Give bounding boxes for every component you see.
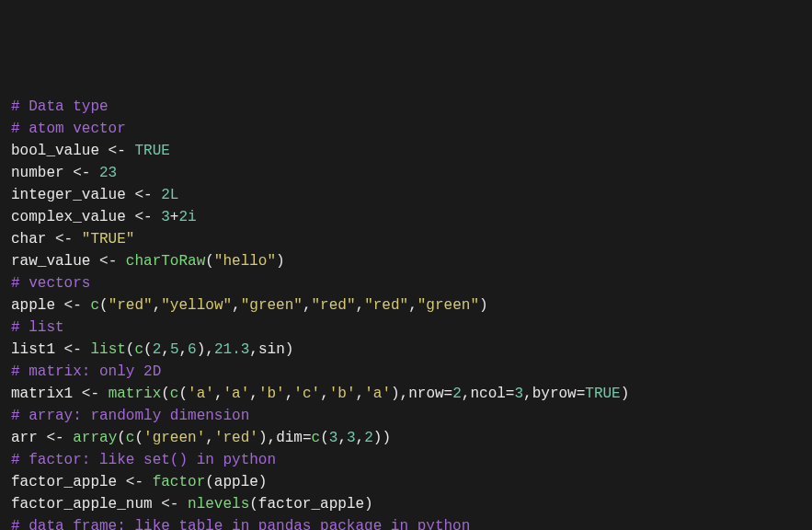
code-token-str: "red" [312,297,356,314]
code-token-paren: ) [382,430,391,446]
code-line: apple <- c("red","yellow","green","red",… [11,294,801,317]
code-token-ident: integer_value [11,187,126,203]
code-line: complex_value <- 3+2i [11,206,801,228]
code-token-paren: ) [621,386,630,402]
code-token-op: , [337,430,347,446]
code-token-ident: raw_value [11,253,90,270]
code-token-str: "green" [417,297,479,314]
code-token-func: charToRaw [126,253,205,270]
code-token-str: 'green' [143,430,205,446]
code-line: char <- "TRUE" [11,228,801,250]
code-token-num: 3 [514,386,523,402]
code-token-op: , [268,430,277,446]
code-line: integer_value <- 2L [11,184,801,206]
code-token-ident: bool_value [11,143,99,159]
code-token-op: = [303,430,312,446]
code-line: matrix1 <- matrix(c('a','a','b','c','b',… [11,383,801,405]
code-token-op: = [444,386,453,402]
code-token-op: , [400,386,409,402]
code-token-paren: ( [126,341,135,358]
code-line: # factor: like set() in python [11,449,801,471]
code-line: factor_apple <- factor(apple) [11,471,801,493]
code-token-num: 2 [153,341,162,358]
code-token-paren: ( [99,297,109,314]
code-line: raw_value <- charToRaw("hello") [11,250,801,272]
code-token-comment: # vectors [11,275,90,292]
code-token-str: "yellow" [161,297,232,314]
code-token-num: 23 [99,165,117,181]
code-token-paren: ( [320,430,329,446]
code-token-func: c [170,386,179,402]
code-token-func: c [126,430,135,446]
code-token-kwarg: ncol [470,386,505,402]
code-token-paren: ) [258,474,268,490]
code-token-op: <- [99,143,134,159]
code-token-op: , [153,297,162,314]
code-token-paren: ( [205,474,214,490]
code-token-num: 2i [178,209,196,225]
code-token-paren: ) [285,341,294,358]
code-token-op: , [303,297,312,314]
code-token-op: = [506,386,515,402]
code-token-paren: ) [391,386,400,402]
code-token-comment: # data frame: like table in pandas packa… [11,518,470,530]
code-token-paren: ) [258,430,268,446]
code-token-func: array [73,430,117,446]
code-token-paren: ) [373,430,383,446]
code-token-op: , [249,386,258,402]
code-token-ident: char [11,231,46,248]
code-token-ident: apple [214,474,258,490]
code-token-paren: ( [161,386,170,402]
code-line: number <- 23 [11,162,801,184]
code-token-str: 'a' [188,386,214,402]
code-line: # array: randomly dimension [11,405,801,427]
code-token-str: 'red' [214,430,258,446]
code-token-op: = [577,386,586,402]
code-token-func: matrix [109,386,162,402]
code-token-op: , [161,341,170,358]
code-token-op: + [170,209,179,225]
code-token-ident: factor_apple_num [11,496,153,513]
code-line: # data frame: like table in pandas packa… [11,515,801,530]
code-token-paren: ) [197,341,206,358]
code-token-ident: number [11,165,64,181]
code-token-func: nlevels [188,496,249,513]
code-token-kwarg: byrow [532,386,577,402]
code-line: # Data type [11,96,801,118]
code-token-paren: ( [117,430,126,446]
code-token-func: factor [153,474,206,490]
code-line: # atom vector [11,118,801,140]
code-token-op: <- [46,231,81,248]
code-token-str: "red" [109,297,153,314]
code-token-num: 6 [188,341,197,358]
code-token-paren: ( [134,430,143,446]
code-token-paren: ( [178,386,188,402]
code-line: arr <- array(c('green','red'),dim=c(3,3,… [11,427,801,449]
code-token-num: 3 [161,209,170,225]
code-token-op: <- [38,430,73,446]
code-token-op: <- [126,187,161,203]
code-token-const: TRUE [585,386,620,402]
code-token-num: 3 [347,430,356,446]
code-token-op: , [232,297,241,314]
code-token-op: <- [73,386,108,402]
code-line: list1 <- list(c(2,5,6),21.3,sin) [11,339,801,361]
code-token-op: <- [90,253,125,270]
code-block: # Data type# atom vectorbool_value <- TR… [11,96,801,530]
code-token-paren: ( [143,341,153,358]
code-token-ident: arr [11,430,38,446]
code-token-op: , [285,386,294,402]
code-token-str: 'a' [364,386,391,402]
code-token-paren: ) [276,253,285,270]
code-token-op: <- [153,496,188,513]
code-token-func: c [134,341,143,358]
code-token-op: <- [55,297,90,314]
code-token-func: c [90,297,99,314]
code-token-op: , [205,341,214,358]
code-token-str: 'b' [329,386,356,402]
code-token-paren: ) [364,496,373,513]
code-token-op: <- [117,474,152,490]
code-token-op: , [320,386,329,402]
code-token-str: "red" [364,297,408,314]
code-line: # vectors [11,272,801,294]
